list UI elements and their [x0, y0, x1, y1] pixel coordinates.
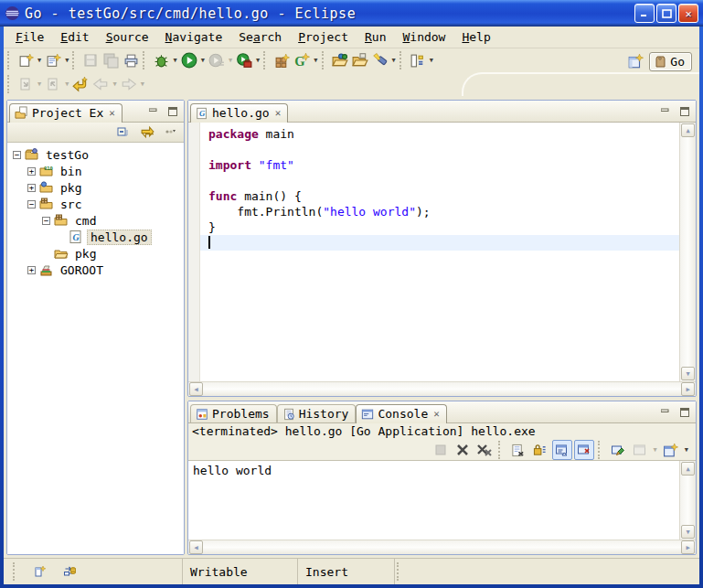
run-icon[interactable] — [179, 50, 199, 70]
scroll-up-icon[interactable]: ▲ — [681, 462, 695, 476]
collapse-toggle[interactable]: − — [13, 151, 21, 159]
console-tab[interactable]: Console ✕ — [356, 404, 446, 423]
project-explorer-tab[interactable]: Project Ex ✕ — [9, 103, 122, 123]
tree-item-bin[interactable]: + 010 bin — [7, 163, 184, 179]
scroll-left-icon[interactable]: ◀ — [189, 540, 203, 554]
new-go-file-icon[interactable] — [43, 50, 63, 70]
open-perspective-icon[interactable] — [625, 51, 645, 71]
search-dropdown[interactable]: ▼ — [392, 57, 396, 64]
console-minimize-icon[interactable] — [657, 405, 673, 419]
tree-item-pkg-src[interactable]: pkg — [7, 245, 184, 262]
tree-item-cmd[interactable]: − cmd — [7, 212, 184, 229]
explorer-minimize-icon[interactable] — [145, 104, 161, 118]
editor-vertical-scrollbar[interactable]: ▲ ▼ — [679, 123, 696, 381]
tree-item-pkg[interactable]: + pkg — [7, 179, 184, 196]
scroll-lock-icon[interactable] — [530, 440, 550, 460]
pin-console-icon[interactable] — [608, 440, 628, 460]
tree-item-hello-go[interactable]: G hello.go — [7, 229, 184, 245]
problems-tab[interactable]: Problems — [190, 404, 277, 423]
clear-console-icon[interactable] — [508, 440, 528, 460]
tree-item-testgo[interactable]: − testGo — [7, 146, 184, 163]
console-output[interactable]: hello world — [188, 461, 679, 540]
titlebar[interactable]: Go - testGo/src/cmd/hello.go - Eclipse ✕ — [0, 0, 703, 27]
explorer-maximize-icon[interactable] — [165, 104, 180, 118]
history-tab[interactable]: History — [277, 404, 357, 423]
menu-help[interactable]: Help — [453, 28, 498, 46]
tree-item-src[interactable]: − src — [7, 196, 184, 212]
last-edit-location-icon[interactable] — [70, 74, 91, 94]
maximize-button[interactable] — [656, 4, 676, 23]
code-lines[interactable]: package mainimport "fmt"func main() { fm… — [200, 123, 679, 381]
editor-tab-hello-go[interactable]: G hello.go ✕ — [190, 103, 288, 123]
new-wizard-icon[interactable] — [16, 50, 36, 70]
annotations-dropdown[interactable]: ▼ — [430, 57, 433, 64]
editor-tab-close-icon[interactable]: ✕ — [275, 107, 282, 119]
project-explorer-close-icon[interactable]: ✕ — [109, 107, 115, 119]
search-icon[interactable] — [370, 50, 390, 70]
trim-stack-icon[interactable] — [59, 561, 80, 582]
fast-view-icon[interactable] — [30, 561, 50, 582]
new-go-file-dropdown[interactable]: ▼ — [65, 57, 69, 64]
console-maximize-icon[interactable] — [676, 405, 692, 419]
code-editor[interactable]: package mainimport "fmt"func main() { fm… — [188, 123, 679, 381]
menu-edit[interactable]: Edit — [52, 28, 97, 46]
tree-item-goroot[interactable]: + GOROOT — [7, 262, 184, 278]
run-dropdown[interactable]: ▼ — [201, 57, 205, 64]
code-line[interactable] — [200, 235, 679, 251]
editor-minimize-icon[interactable] — [657, 104, 673, 118]
menu-project[interactable]: Project — [290, 28, 357, 46]
go-open-folder-icon[interactable] — [350, 50, 370, 70]
show-stdout-icon[interactable] — [552, 440, 572, 460]
show-stderr-icon[interactable] — [574, 440, 594, 460]
menu-navigate[interactable]: Navigate — [157, 28, 231, 46]
go-perspective-button[interactable]: Go — [649, 52, 692, 71]
view-menu-icon[interactable] — [160, 123, 180, 143]
menu-source[interactable]: Source — [98, 28, 157, 46]
menu-file[interactable]: File — [7, 28, 52, 46]
debug-dropdown[interactable]: ▼ — [173, 57, 176, 64]
code-line[interactable]: func main() { — [200, 188, 679, 204]
editor-horizontal-scrollbar[interactable]: ◀ ▶ — [188, 381, 696, 396]
annotations-icon[interactable] — [408, 50, 428, 70]
console-horizontal-scrollbar[interactable]: ◀ ▶ — [188, 540, 696, 554]
open-console-dropdown[interactable]: ▼ — [685, 446, 688, 454]
console-tab-close-icon[interactable]: ✕ — [433, 408, 440, 420]
code-line[interactable]: package main — [200, 126, 679, 142]
code-line[interactable] — [200, 173, 679, 188]
code-line[interactable]: } — [200, 219, 679, 235]
menu-window[interactable]: Window — [394, 28, 453, 46]
collapse-toggle[interactable]: − — [42, 217, 50, 225]
collapse-all-icon[interactable] — [114, 123, 134, 143]
code-line[interactable]: import "fmt" — [200, 157, 679, 173]
editor-maximize-icon[interactable] — [676, 104, 692, 118]
remove-all-terminated-icon[interactable] — [474, 440, 495, 460]
external-tools-icon[interactable] — [234, 50, 254, 70]
print-icon[interactable] — [121, 50, 141, 70]
new-go-app-dropdown[interactable]: ▼ — [314, 57, 317, 64]
new-wizard-dropdown[interactable]: ▼ — [37, 57, 41, 64]
scroll-left-icon[interactable]: ◀ — [189, 382, 203, 396]
minimize-button[interactable] — [634, 4, 655, 23]
menu-run[interactable]: Run — [357, 28, 394, 46]
new-go-app-icon[interactable]: G — [292, 50, 312, 70]
collapse-toggle[interactable]: − — [27, 200, 36, 208]
external-tools-dropdown[interactable]: ▼ — [256, 57, 260, 64]
expand-toggle[interactable]: + — [27, 266, 36, 274]
scroll-right-icon[interactable]: ▶ — [681, 540, 695, 554]
scroll-down-icon[interactable]: ▼ — [681, 367, 695, 380]
remove-launch-icon[interactable] — [453, 440, 473, 460]
console-vertical-scrollbar[interactable]: ▲ ▼ — [679, 461, 696, 540]
scroll-up-icon[interactable]: ▲ — [681, 123, 695, 137]
menu-search[interactable]: Search — [230, 28, 290, 46]
new-go-package-icon[interactable] — [272, 50, 292, 70]
link-with-editor-icon[interactable] — [137, 123, 157, 143]
go-import-folder-icon[interactable] — [330, 50, 350, 70]
debug-icon[interactable] — [151, 50, 171, 70]
open-console-icon[interactable] — [661, 440, 681, 460]
code-line[interactable]: fmt.Println("hello world"); — [200, 204, 679, 219]
expand-toggle[interactable]: + — [27, 167, 36, 176]
scroll-right-icon[interactable]: ▶ — [681, 382, 695, 396]
scroll-down-icon[interactable]: ▼ — [681, 525, 695, 539]
expand-toggle[interactable]: + — [27, 184, 36, 192]
close-button[interactable]: ✕ — [678, 4, 698, 23]
